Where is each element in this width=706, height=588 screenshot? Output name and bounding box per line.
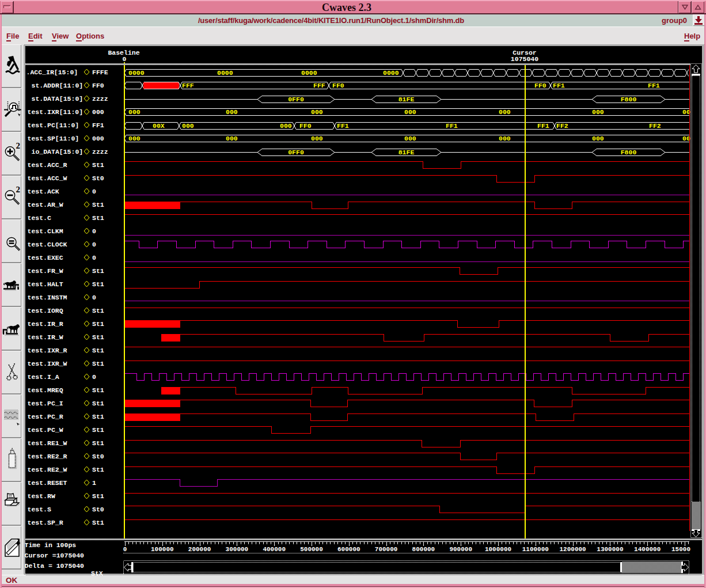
svg-text:000: 000 [311,108,323,116]
svg-text:000: 000 [592,135,604,142]
svg-text:000: 000 [128,108,141,116]
svg-text:test.CLOCK: test.CLOCK [28,241,67,248]
svg-text:FF1: FF1 [337,122,349,130]
svg-text:St1: St1 [92,492,104,500]
svg-text:FF0: FF0 [299,122,312,130]
svg-text:St1: St1 [92,267,104,275]
svg-text:FFFE: FFFE [92,69,108,76]
svg-text:test.AR_W: test.AR_W [28,201,63,208]
svg-text:St1: St1 [92,280,104,288]
svg-text:FFF: FFF [182,82,194,89]
svg-text:FF2: FF2 [556,122,568,130]
svg-text:FFF: FFF [313,82,325,89]
svg-text:Time in 100ps: Time in 100ps [25,541,77,549]
svg-text:000: 000 [499,135,511,142]
svg-text:zzzz: zzzz [92,95,108,103]
svg-text:15000: 15000 [671,546,690,553]
svg-text:test.SP_R: test.SP_R [28,519,63,526]
svg-text:St0: St0 [92,174,104,182]
svg-text:test.CLKM: test.CLKM [28,227,63,235]
svg-text:1: 1 [92,479,96,487]
svg-text:test.FR_W: test.FR_W [28,267,63,275]
svg-text:St1: St1 [92,201,104,208]
svg-text:800000: 800000 [412,546,435,553]
svg-text:Delta = 1075040: Delta = 1075040 [25,562,85,570]
svg-text:000: 000 [92,135,104,142]
svg-text:test.RE1_W: test.RE1_W [28,439,67,447]
svg-text:test.RW: test.RW [28,492,55,500]
svg-text:0FF0: 0FF0 [288,149,304,156]
svg-text:.ACC_IR[15:0]: .ACC_IR[15:0] [26,69,78,76]
svg-text:FF1: FF1 [648,82,660,89]
svg-text:test.ACC_R: test.ACC_R [28,161,67,169]
svg-text:test.PC_I: test.PC_I [28,400,63,407]
svg-text:1100000: 1100000 [522,546,549,553]
svg-text:0000: 0000 [301,69,317,77]
svg-text:test.PC_R: test.PC_R [28,413,63,420]
svg-text:1200000: 1200000 [559,546,586,553]
svg-text:test.IXR[11:0]: test.IXR[11:0] [28,108,83,116]
svg-text:St1: St1 [92,466,104,473]
svg-text:St1: St1 [92,161,104,169]
svg-text:St1: St1 [92,439,104,447]
svg-text:test.C: test.C [28,214,52,222]
svg-text:zzzz: zzzz [92,148,108,155]
svg-text:400000: 400000 [263,546,286,553]
svg-text:FF1: FF1 [553,82,565,89]
svg-text:0: 0 [92,241,96,248]
svg-text:test.HALT: test.HALT [28,280,63,288]
svg-text:test.S: test.S [28,506,52,513]
svg-text:000: 000 [182,122,194,130]
svg-text:0000: 0000 [383,69,399,77]
svg-text:0000: 0000 [217,69,233,77]
svg-text:000: 000 [499,108,511,116]
svg-text:F800: F800 [621,149,637,156]
svg-text:St0: St0 [92,453,104,460]
svg-text:000: 000 [592,108,604,116]
svg-text:000: 000 [404,108,416,116]
svg-text:0: 0 [92,188,96,195]
svg-text:test.INSTM: test.INSTM [28,294,67,301]
svg-text:test.IXR_R: test.IXR_R [28,347,67,354]
svg-text:00X: 00X [153,122,165,130]
svg-text:io_DATA[15:0]: io_DATA[15:0] [32,148,83,155]
svg-text:0: 0 [92,373,96,381]
svg-text:test.I_A: test.I_A [28,373,59,381]
svg-text:0: 0 [92,294,96,301]
svg-text:test.PC_W: test.PC_W [28,426,63,434]
svg-text:test.EXEC: test.EXEC [28,254,63,261]
svg-text:test.ACC_W: test.ACC_W [28,174,67,182]
svg-text:1075040: 1075040 [511,55,538,63]
svg-text:st.DATA[15:0]: st.DATA[15:0] [32,95,83,103]
svg-text:FF1: FF1 [537,122,549,130]
svg-text:1300000: 1300000 [597,546,623,553]
svg-text:200000: 200000 [188,546,211,553]
svg-text:0FF0: 0FF0 [288,96,304,103]
svg-text:test.IR_R: test.IR_R [28,320,63,328]
svg-text:000: 000 [311,135,323,142]
svg-text:0000: 0000 [128,69,145,77]
svg-text:St1: St1 [92,307,104,314]
svg-text:StX: StX [91,570,103,577]
svg-text:test.IR_W: test.IR_W [28,333,63,341]
svg-text:000: 000 [128,135,141,142]
svg-text:st.ADDR[11:0]: st.ADDR[11:0] [32,82,83,89]
svg-text:000: 000 [226,108,238,116]
svg-text:FF2: FF2 [649,122,661,130]
svg-text:FF1: FF1 [92,122,104,129]
svg-text:000: 000 [226,135,238,142]
svg-text:test.ACK: test.ACK [28,188,59,195]
svg-text:1000000: 1000000 [485,546,511,553]
svg-text:St1: St1 [92,333,104,341]
svg-text:000: 000 [404,135,416,142]
svg-text:100000: 100000 [151,546,174,553]
svg-text:500000: 500000 [300,546,323,553]
svg-text:test.IORQ: test.IORQ [28,307,63,314]
svg-text:St1: St1 [92,413,104,420]
svg-text:81FE: 81FE [398,96,415,103]
svg-text:700000: 700000 [375,546,398,553]
svg-text:St1: St1 [92,320,104,328]
svg-text:St1: St1 [92,214,104,222]
svg-text:1400000: 1400000 [634,546,661,553]
svg-text:St1: St1 [92,400,104,407]
